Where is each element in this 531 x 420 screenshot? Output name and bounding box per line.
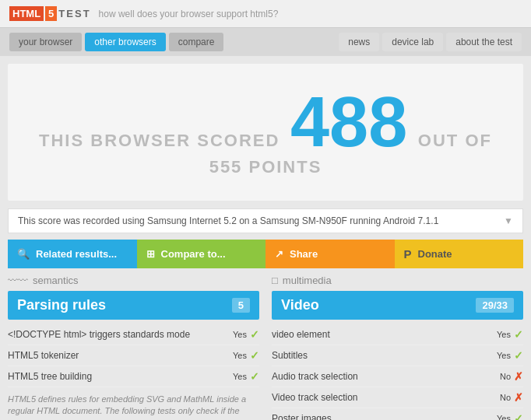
feature-video-element: video element Yes ✓ (272, 324, 523, 345)
compare-icon: ⊞ (146, 248, 155, 260)
device-info-text: This score was recorded using Samsung In… (18, 215, 438, 226)
feature-video-track-result: No ✗ (500, 391, 523, 404)
check-icon: ✓ (514, 328, 523, 341)
video-score: 29/33 (476, 298, 514, 313)
check-icon: ✓ (250, 370, 259, 383)
feature-doctype-result: Yes ✓ (233, 328, 259, 341)
nav-compare[interactable]: compare (169, 33, 224, 51)
right-column: □ multimedia Video 29/33 video element Y… (272, 275, 523, 420)
nav-left: your browser other browsers compare (9, 33, 223, 51)
left-column: 〰〰 semantics Parsing rules 5 <!DOCTYPE h… (8, 275, 259, 420)
paypal-icon: P (404, 247, 412, 261)
nav-about-test[interactable]: about the test (446, 33, 522, 51)
feature-video-track: Video track selection No ✗ (272, 387, 523, 408)
feature-audio-name: Audio track selection (272, 371, 500, 382)
feature-video-track-no: No (500, 393, 511, 402)
compare-button[interactable]: ⊞ Compare to... (137, 240, 266, 268)
feature-subtitles: Subtitles Yes ✓ (272, 345, 523, 366)
navigation: your browser other browsers compare news… (0, 28, 531, 56)
semantics-icon: 〰〰 (8, 275, 28, 286)
check-icon: ✓ (514, 349, 523, 362)
compare-label: Compare to... (161, 248, 226, 260)
dropdown-arrow-icon: ▼ (504, 215, 513, 226)
feature-poster-result: Yes ✓ (497, 412, 523, 420)
feature-subtitles-result: Yes ✓ (497, 349, 523, 362)
share-label: Share (290, 248, 318, 260)
feature-tokenizer-name: HTML5 tokenizer (8, 350, 233, 361)
nav-other-browsers[interactable]: other browsers (85, 33, 165, 51)
score-section: THIS BROWSER SCORED 488 OUT OF 555 POINT… (8, 64, 523, 201)
logo: HTML5TEST (9, 6, 91, 21)
multimedia-section-label: □ multimedia (272, 275, 523, 286)
check-icon: ✓ (514, 412, 523, 420)
search-label: Related results... (36, 248, 117, 260)
feature-tokenizer-result: Yes ✓ (233, 349, 259, 362)
cross-icon: ✗ (514, 391, 523, 404)
nav-your-browser[interactable]: your browser (9, 33, 82, 51)
feature-tree: HTML5 tree building Yes ✓ (8, 366, 259, 387)
feature-doctype-yes: Yes (233, 330, 247, 339)
tagline: how well does your browser support html5… (99, 9, 279, 19)
score-number: 488 (290, 83, 407, 161)
feature-tree-name: HTML5 tree building (8, 371, 233, 382)
feature-video-track-name: Video track selection (272, 392, 500, 403)
feature-audio-result: No ✗ (500, 370, 523, 383)
feature-tree-result: Yes ✓ (233, 370, 259, 383)
feature-audio-no: No (500, 372, 511, 381)
share-icon: ↗ (275, 248, 283, 260)
multimedia-label: multimedia (283, 275, 332, 286)
feature-tokenizer-yes: Yes (233, 351, 247, 360)
check-icon: ✓ (250, 328, 259, 341)
feature-subtitles-yes: Yes (497, 351, 511, 360)
content-area: 〰〰 semantics Parsing rules 5 <!DOCTYPE h… (8, 275, 523, 420)
page-header: HTML5TEST how well does your browser sup… (0, 0, 531, 28)
donate-button[interactable]: P Donate (395, 240, 524, 268)
parsing-note: HTML5 defines rules for embedding SVG an… (8, 394, 259, 420)
logo-test: TEST (58, 8, 90, 19)
search-button[interactable]: 🔍 Related results... (8, 240, 137, 268)
donate-label: Donate (418, 248, 452, 260)
feature-doctype-name: <!DOCTYPE html> triggers standards mode (8, 329, 233, 340)
semantics-label: semantics (33, 275, 79, 286)
logo-html: HTML (9, 6, 44, 21)
feature-poster: Poster images Yes ✓ (272, 408, 523, 420)
nav-news[interactable]: news (339, 33, 379, 51)
feature-video-yes: Yes (497, 330, 511, 339)
feature-video-name: video element (272, 329, 497, 340)
semantics-section-label: 〰〰 semantics (8, 275, 259, 286)
feature-tokenizer: HTML5 tokenizer Yes ✓ (8, 345, 259, 366)
logo-area: HTML5TEST how well does your browser sup… (9, 6, 278, 21)
cross-icon: ✗ (514, 370, 523, 383)
feature-video-result: Yes ✓ (497, 328, 523, 341)
check-icon: ✓ (250, 349, 259, 362)
nav-device-lab[interactable]: device lab (382, 33, 443, 51)
score-prefix: THIS BROWSER SCORED (39, 131, 280, 150)
logo-5: 5 (45, 6, 57, 21)
feature-tree-yes: Yes (233, 372, 247, 381)
feature-poster-yes: Yes (497, 414, 511, 420)
action-bar: 🔍 Related results... ⊞ Compare to... ↗ S… (8, 240, 523, 268)
feature-subtitles-name: Subtitles (272, 350, 497, 361)
device-info-bar[interactable]: This score was recorded using Samsung In… (8, 208, 523, 233)
parsing-rules-title: Parsing rules (17, 297, 106, 313)
search-icon: 🔍 (17, 248, 30, 260)
share-button[interactable]: ↗ Share (266, 240, 395, 268)
multimedia-icon: □ (272, 275, 278, 286)
feature-audio-track: Audio track selection No ✗ (272, 366, 523, 387)
parsing-rules-category: Parsing rules 5 (8, 291, 259, 320)
parsing-rules-score: 5 (232, 298, 250, 313)
feature-doctype: <!DOCTYPE html> triggers standards mode … (8, 324, 259, 345)
video-title: Video (281, 297, 319, 313)
video-category: Video 29/33 (272, 291, 523, 320)
nav-right: news device lab about the test (339, 33, 522, 51)
feature-poster-name: Poster images (272, 413, 497, 420)
